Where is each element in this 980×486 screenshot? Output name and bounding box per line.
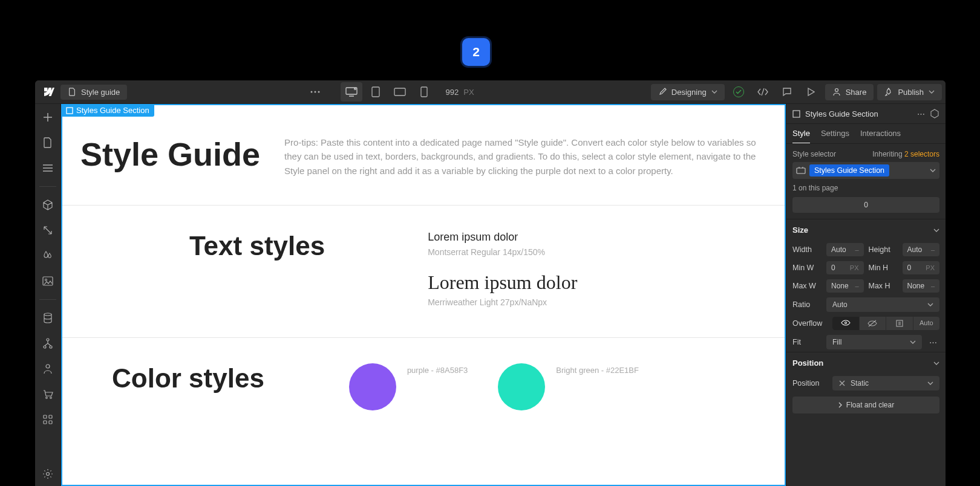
user-icon bbox=[832, 88, 841, 96]
database-icon bbox=[43, 313, 53, 323]
users-button[interactable] bbox=[41, 361, 55, 376]
variables-icon bbox=[42, 225, 53, 236]
code-button[interactable] bbox=[753, 82, 773, 102]
logic-icon bbox=[42, 338, 53, 349]
section-icon bbox=[792, 110, 800, 118]
cube-icon bbox=[42, 199, 53, 210]
swatch-circle bbox=[498, 363, 545, 410]
logic-button[interactable] bbox=[41, 336, 55, 351]
svg-rect-18 bbox=[44, 415, 47, 418]
fit-more-icon[interactable]: ⋯ bbox=[927, 338, 939, 347]
instance-count: 1 on this page bbox=[786, 183, 946, 197]
comment-button[interactable] bbox=[777, 82, 797, 102]
mode-label: Designing bbox=[671, 88, 707, 97]
desktop-breakpoint-button[interactable] bbox=[341, 82, 362, 102]
breakpoint-group: 992 PX bbox=[341, 82, 474, 102]
position-field[interactable]: Static bbox=[832, 376, 939, 390]
canvas-content: Style Guide Pro-tips: Paste this content… bbox=[62, 105, 785, 441]
svg-point-1 bbox=[314, 91, 316, 93]
overflow-hidden[interactable] bbox=[859, 317, 886, 330]
selector-icon bbox=[796, 166, 806, 175]
assets-button[interactable] bbox=[41, 274, 55, 288]
share-button[interactable]: Share bbox=[825, 84, 874, 100]
sample-title: Lorem ipsum dolor bbox=[428, 231, 577, 244]
sample-meta: Merriweather Light 27px/NaNpx bbox=[428, 297, 577, 307]
apps-button[interactable] bbox=[41, 412, 55, 427]
class-tag[interactable]: Styles Guide Section bbox=[809, 164, 889, 177]
overflow-auto[interactable]: Auto bbox=[913, 317, 940, 330]
fit-field[interactable]: Fill bbox=[826, 335, 922, 349]
more-icon[interactable] bbox=[304, 82, 326, 102]
mobile-breakpoint-button[interactable] bbox=[413, 82, 435, 102]
svg-point-15 bbox=[46, 364, 50, 368]
components-button[interactable] bbox=[41, 198, 55, 212]
viewport-width: 992 bbox=[446, 88, 459, 97]
inheriting-info[interactable]: Inheriting 2 selectors bbox=[872, 150, 939, 158]
svg-rect-6 bbox=[394, 88, 405, 96]
more-icon[interactable]: ⋯ bbox=[917, 109, 925, 118]
selection-label[interactable]: Styles Guide Section bbox=[61, 104, 154, 117]
overflow-scroll[interactable] bbox=[886, 317, 913, 330]
color-styles-section: Color styles purple - #8A58F3 Bright gre… bbox=[62, 338, 785, 441]
svg-point-17 bbox=[50, 397, 52, 399]
chevron-down-icon bbox=[910, 340, 916, 344]
minh-field[interactable]: 0PX bbox=[903, 261, 940, 274]
minw-field[interactable]: 0PX bbox=[826, 261, 864, 274]
publish-button[interactable]: Publish bbox=[877, 84, 942, 100]
position-section-head[interactable]: Position bbox=[786, 352, 946, 374]
fit-label: Fit bbox=[792, 338, 822, 346]
text-styles-heading: Text styles bbox=[189, 231, 325, 307]
mode-dropdown[interactable]: Designing bbox=[651, 84, 725, 100]
height-field[interactable]: Auto– bbox=[903, 243, 940, 256]
overflow-label: Overflow bbox=[792, 319, 828, 328]
section-icon bbox=[66, 107, 73, 114]
tab-settings[interactable]: Settings bbox=[821, 129, 849, 143]
ratio-field[interactable]: Auto bbox=[826, 297, 939, 312]
landscape-breakpoint-button[interactable] bbox=[389, 82, 411, 102]
maxw-field[interactable]: None– bbox=[826, 279, 864, 293]
preview-button[interactable] bbox=[801, 82, 822, 102]
float-clear-button[interactable]: Float and clear bbox=[792, 397, 939, 413]
selector-field[interactable]: Styles Guide Section bbox=[792, 162, 939, 179]
add-element-button[interactable] bbox=[41, 110, 55, 125]
size-section-head[interactable]: Size bbox=[786, 219, 946, 241]
tab-interactions[interactable]: Interactions bbox=[860, 129, 901, 143]
width-field[interactable]: Auto– bbox=[826, 243, 864, 256]
settings-button[interactable] bbox=[41, 467, 55, 481]
ecommerce-button[interactable] bbox=[41, 387, 55, 401]
overflow-visible[interactable] bbox=[832, 317, 859, 330]
app-frame: Style guide 992 PX Designing Shar bbox=[35, 80, 946, 486]
mobile-icon bbox=[420, 86, 428, 97]
pages-button[interactable] bbox=[41, 135, 55, 150]
svg-point-12 bbox=[47, 339, 49, 341]
cms-button[interactable] bbox=[41, 311, 55, 325]
navigator-button[interactable] bbox=[41, 161, 55, 175]
maxh-field[interactable]: None– bbox=[903, 279, 940, 293]
styles-button[interactable] bbox=[41, 248, 55, 263]
color-swatch: purple - #8A58F3 bbox=[349, 363, 468, 410]
canvas[interactable]: Styles Guide Section Style Guide Pro-tip… bbox=[61, 104, 786, 486]
svg-point-13 bbox=[44, 346, 46, 348]
close-icon bbox=[838, 380, 846, 387]
minh-label: Min H bbox=[869, 264, 898, 272]
brush-icon bbox=[658, 88, 667, 96]
gear-icon bbox=[42, 468, 53, 479]
swatches: purple - #8A58F3 Bright green - #22E1BF bbox=[349, 363, 639, 410]
hero-section: Style Guide Pro-tips: Paste this content… bbox=[62, 105, 785, 206]
spacing-indicator[interactable]: 0 bbox=[792, 197, 939, 213]
svg-point-11 bbox=[44, 313, 51, 316]
variables-button[interactable] bbox=[41, 223, 55, 238]
svg-point-10 bbox=[45, 279, 47, 281]
focus-icon[interactable] bbox=[930, 109, 939, 118]
tablet-breakpoint-button[interactable] bbox=[365, 82, 387, 102]
svg-rect-7 bbox=[421, 87, 427, 97]
webflow-logo[interactable] bbox=[39, 82, 58, 102]
tab-style[interactable]: Style bbox=[792, 129, 810, 143]
panel-header: Styles Guide Section ⋯ bbox=[786, 104, 946, 124]
publish-label: Publish bbox=[898, 88, 924, 97]
chevron-down-icon[interactable] bbox=[930, 169, 936, 172]
scroll-icon bbox=[895, 320, 904, 327]
overflow-segmented[interactable]: Auto bbox=[832, 317, 939, 330]
page-selector[interactable]: Style guide bbox=[60, 85, 127, 100]
status-check[interactable] bbox=[728, 82, 749, 102]
